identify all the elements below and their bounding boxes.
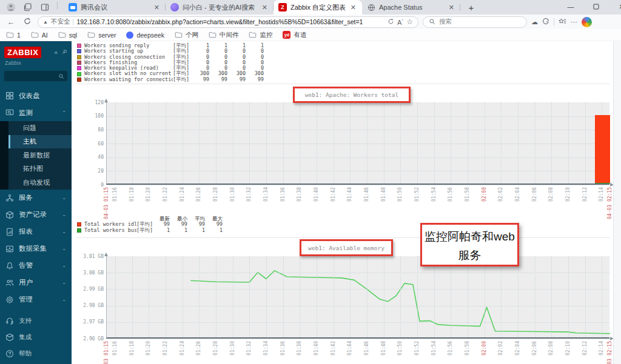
integrations-icon bbox=[5, 333, 14, 342]
bookmark-item[interactable]: deepseek bbox=[126, 31, 164, 39]
tab-close-icon[interactable]: ✕ bbox=[448, 4, 455, 12]
y-axis-label: 3.00 GB bbox=[73, 270, 104, 276]
sidebar-subitem-拓扑图[interactable]: 拓扑图 bbox=[8, 162, 72, 176]
bookmark-item[interactable]: 个网 bbox=[175, 31, 198, 39]
legend-aggregation: [平均] bbox=[136, 228, 152, 233]
minimize-button[interactable]: — bbox=[558, 0, 583, 13]
favorites-bar-icon[interactable] bbox=[559, 18, 566, 27]
sidebar-item-integrations[interactable]: 集成 bbox=[0, 329, 72, 346]
sidebar-item-users[interactable]: 用户⌄ bbox=[0, 274, 72, 291]
more-menu-icon[interactable]: ⋯ bbox=[571, 18, 577, 26]
gridline bbox=[367, 256, 368, 337]
legend-value: 1 bbox=[205, 228, 223, 233]
read-aloud-icon[interactable]: Aᐠ bbox=[397, 18, 403, 26]
maximize-button[interactable] bbox=[583, 0, 609, 13]
close-button[interactable]: ✕ bbox=[609, 0, 621, 13]
chevron-down-icon: ⌄ bbox=[62, 195, 66, 200]
sidebar-item-monitoring[interactable]: 监测⌃ bbox=[0, 104, 72, 121]
back-icon[interactable]: ← bbox=[5, 18, 17, 27]
chevron-down-icon: ⌄ bbox=[62, 297, 66, 302]
address-bar[interactable]: ▲ 不安全 192.168.7.10:8080/zabbix/zabbix.ph… bbox=[38, 16, 418, 28]
gridline bbox=[518, 102, 519, 184]
sidebar-pin-icon[interactable] bbox=[61, 49, 67, 56]
gridline bbox=[602, 256, 602, 337]
sidebar-subitem-label: 主机 bbox=[23, 137, 36, 146]
sidebar-item-label: 数据采集 bbox=[19, 244, 47, 253]
translate-icon[interactable] bbox=[388, 18, 394, 26]
sidebar-collapse-icon[interactable]: « bbox=[54, 49, 58, 56]
cloud-sync-icon[interactable]: ☁ bbox=[531, 18, 538, 26]
bookmark-item[interactable]: yd有道 bbox=[283, 31, 306, 39]
url-text[interactable]: 192.168.7.10:8080/zabbix/zabbix.php?acti… bbox=[76, 18, 384, 25]
sidebar-item-inventory[interactable]: 资产记录⌄ bbox=[0, 207, 72, 223]
profile-avatar-icon[interactable] bbox=[6, 2, 16, 12]
sidebar-item-alerts[interactable]: 告警⌄ bbox=[0, 257, 72, 274]
workspaces-icon[interactable] bbox=[23, 2, 33, 12]
bookmark-item[interactable]: AI bbox=[31, 31, 48, 39]
tab-close-icon[interactable]: ✕ bbox=[349, 4, 357, 12]
sidebar-item-support[interactable]: 支持 bbox=[0, 313, 72, 329]
legend-row: Workers finishing[平均]0000 bbox=[77, 60, 264, 65]
scrollbar[interactable] bbox=[613, 41, 621, 364]
workers-total-chart[interactable] bbox=[106, 102, 609, 185]
y-axis-label: 2.97 GB bbox=[73, 319, 104, 325]
x-axis-label: 02:00 bbox=[482, 341, 487, 356]
sidebar-subitem-主机[interactable]: 主机 bbox=[8, 135, 72, 149]
new-tab-button[interactable]: + bbox=[464, 0, 478, 15]
gridline bbox=[317, 102, 317, 184]
gridline bbox=[468, 102, 468, 184]
browser-essentials-icon[interactable] bbox=[542, 18, 549, 26]
bookmark-item[interactable]: 1 bbox=[6, 31, 21, 39]
bookmark-label: AI bbox=[42, 31, 48, 39]
bookmark-label: 1 bbox=[17, 31, 21, 39]
search-box[interactable]: 搜索 bbox=[423, 16, 527, 28]
bookmark-item[interactable]: sql bbox=[58, 31, 77, 39]
gridline bbox=[149, 256, 149, 337]
gridline bbox=[384, 256, 384, 337]
sidebar-item-dashboard[interactable]: 仪表盘 bbox=[0, 87, 72, 104]
dashboard-icon bbox=[5, 91, 14, 100]
legend-series-name: Workers closing connection bbox=[84, 55, 173, 60]
tab-actions-icon[interactable] bbox=[40, 2, 50, 12]
tab-close-icon[interactable]: ✕ bbox=[153, 4, 161, 12]
x-axis-label: 01:18 bbox=[129, 341, 135, 356]
sidebar-item-services[interactable]: 服务⌄ bbox=[0, 190, 72, 207]
browser-profile-avatar[interactable] bbox=[582, 17, 592, 27]
y-axis-label: 2.98 GB bbox=[73, 303, 104, 308]
y-axis-label: 80 bbox=[73, 127, 104, 133]
sidebar-item-help[interactable]: 帮助 bbox=[0, 346, 72, 362]
x-axis-label: 01:22 bbox=[163, 341, 168, 356]
sidebar-footer-nav: 支持集成帮助用户设置⌄ bbox=[0, 313, 72, 364]
tab-1[interactable]: 问小白 - 更专业的AI搜索✕ bbox=[166, 0, 274, 15]
tab-close-icon[interactable]: ✕ bbox=[261, 4, 269, 12]
gridline bbox=[350, 102, 351, 184]
sidebar-item-collect[interactable]: 数据采集⌄ bbox=[0, 240, 72, 257]
support-icon bbox=[5, 317, 14, 325]
sidebar-item-admin[interactable]: 管理⌄ bbox=[0, 291, 72, 308]
sidebar-item-reports[interactable]: 报表⌄ bbox=[0, 223, 72, 240]
sidebar-subitem-最新数据[interactable]: 最新数据 bbox=[8, 148, 72, 162]
refresh-icon[interactable] bbox=[21, 18, 33, 27]
bookmark-item[interactable]: 监控 bbox=[249, 31, 272, 39]
help-icon bbox=[5, 349, 14, 358]
available-memory-chart[interactable] bbox=[106, 256, 609, 339]
favorite-star-icon[interactable]: ☆ bbox=[406, 18, 413, 26]
gridline bbox=[417, 256, 418, 337]
sidebar-subitem-label: 自动发现 bbox=[23, 178, 50, 187]
x-axis-label: 01:46 bbox=[364, 187, 369, 202]
sidebar-search-input[interactable] bbox=[4, 71, 67, 81]
gridline bbox=[233, 256, 233, 337]
divider bbox=[76, 84, 609, 84]
sidebar-item-user-settings[interactable]: 用户设置⌄ bbox=[0, 362, 72, 364]
sidebar-subitem-自动发现[interactable]: 自动发现 bbox=[8, 176, 72, 190]
x-axis-label: 04-03 01:15 bbox=[104, 187, 109, 219]
tab-active[interactable]: ZZabbix 自定义图表✕ bbox=[274, 0, 362, 15]
bookmark-item[interactable]: 中间件 bbox=[209, 31, 239, 39]
tab-0[interactable]: 腾讯会议✕ bbox=[64, 0, 166, 15]
x-axis-label: 02:04 bbox=[515, 187, 520, 202]
legend-value: 99 bbox=[246, 77, 264, 82]
bookmark-item[interactable]: server bbox=[87, 31, 116, 39]
tab-3[interactable]: Apache Status✕ bbox=[362, 0, 460, 15]
zabbix-logo[interactable]: ZABBIX bbox=[4, 47, 41, 58]
sidebar-subitem-问题[interactable]: 问题 bbox=[8, 121, 72, 135]
